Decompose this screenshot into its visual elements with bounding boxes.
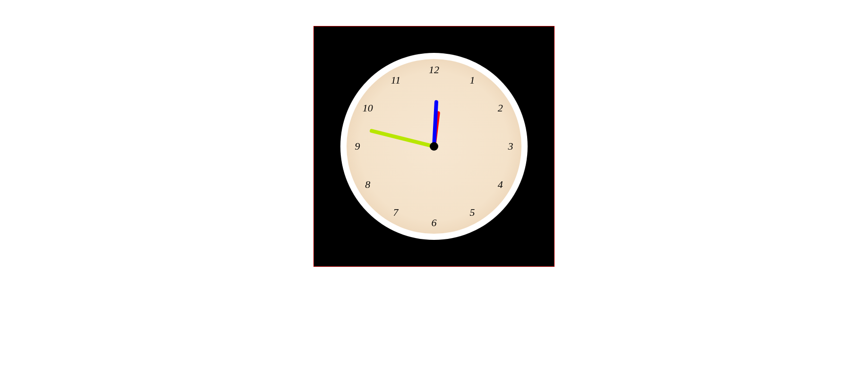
clock-number-11: 11 <box>391 74 400 86</box>
clock-number-12: 12 <box>429 64 439 76</box>
clock-number-9: 9 <box>355 140 360 153</box>
clock-number-6: 6 <box>432 217 437 229</box>
clock-number-7: 7 <box>393 206 399 219</box>
clock-number-3: 3 <box>508 140 513 153</box>
clock-frame: 12 1 2 3 4 5 6 7 8 9 10 11 <box>313 26 555 267</box>
clock-number-10: 10 <box>363 102 373 114</box>
clock-number-2: 2 <box>498 102 503 114</box>
clock-number-8: 8 <box>365 178 370 191</box>
clock-bezel: 12 1 2 3 4 5 6 7 8 9 10 11 <box>340 53 528 240</box>
clock-number-4: 4 <box>498 178 503 191</box>
clock-pivot <box>430 142 438 151</box>
clock-number-5: 5 <box>470 206 475 219</box>
second-hand <box>369 128 434 148</box>
clock-face: 12 1 2 3 4 5 6 7 8 9 10 11 <box>347 59 521 234</box>
clock-number-1: 1 <box>470 74 475 86</box>
